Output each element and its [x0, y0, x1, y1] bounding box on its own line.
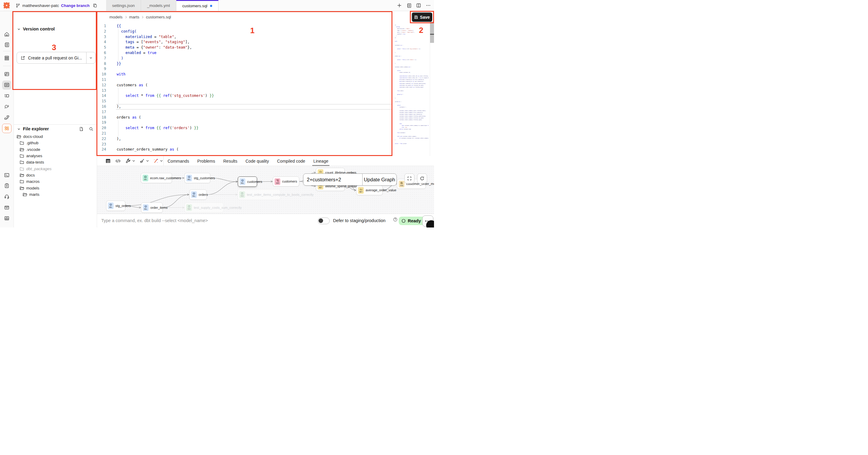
code-line-4[interactable]: 4 tags = ["events", "staging"],	[97, 39, 396, 45]
code-line-7[interactable]: 7 )	[97, 56, 396, 61]
terminal-icon[interactable]	[4, 172, 10, 178]
help-icon[interactable]	[393, 217, 398, 222]
panel-tab-compiled-code[interactable]: Compiled code	[277, 156, 305, 166]
archive-drawer-icon[interactable]	[4, 205, 10, 210]
file-explorer-item-dbt_packages[interactable]: dbt_packages	[13, 165, 97, 172]
format-dropdown-chevron-icon[interactable]	[146, 160, 149, 162]
file-explorer-item-.vscode[interactable]: .vscode	[13, 146, 97, 153]
fullscreen-icon[interactable]	[404, 173, 414, 183]
lineage-node-order_items[interactable]: MDLorder_items	[141, 202, 163, 213]
code-line-13[interactable]: 13	[97, 88, 396, 93]
code-compile-icon[interactable]	[115, 158, 121, 164]
dashboard-grid-icon[interactable]	[4, 71, 10, 77]
dbt-logo-icon[interactable]	[3, 1, 10, 9]
chevron-down-icon[interactable]	[17, 27, 21, 31]
code-line-12[interactable]: 12customers as (	[97, 83, 396, 88]
format-broom-icon[interactable]	[139, 158, 145, 164]
code-line-2[interactable]: 2 config(	[97, 29, 396, 34]
code-line-9[interactable]: 9	[97, 66, 396, 72]
code-editor-icon[interactable]	[4, 82, 10, 88]
code-line-6[interactable]: 6 enabled = true	[97, 50, 396, 56]
lineage-node-customers[interactable]: SEMcustomers	[273, 176, 299, 187]
code-line-19[interactable]: 19	[97, 120, 396, 125]
panel-tab-code-quality[interactable]: Code quality	[245, 156, 269, 166]
file-explorer-item-.github[interactable]: .github	[13, 140, 97, 146]
file-explorer-item-data-tests[interactable]: data-tests	[13, 159, 97, 165]
lineage-node-ecom.raw_customers[interactable]: SRCecom.raw_customers	[141, 173, 172, 183]
ai-search-icon[interactable]	[4, 104, 10, 110]
create-pull-request-button[interactable]: Create a pull request on Gi...	[17, 52, 96, 64]
defer-toggle[interactable]	[318, 218, 330, 224]
save-button[interactable]: Save	[412, 12, 432, 22]
code-line-17[interactable]: 17	[97, 110, 396, 115]
code-lines[interactable]: 1{{2 config(3 materialized = "table",4 t…	[97, 24, 396, 152]
storage-icon[interactable]	[4, 216, 10, 221]
code-line-10[interactable]: 10with	[97, 72, 396, 77]
panel-tab-lineage[interactable]: Lineage	[313, 156, 329, 166]
tab-settings.json[interactable]: settings.json	[106, 0, 141, 11]
code-line-15[interactable]: 15	[97, 99, 396, 104]
home-icon[interactable]	[4, 31, 10, 37]
code-line-22[interactable]: 22),	[97, 136, 396, 142]
flow-icon[interactable]	[4, 115, 10, 120]
dbt-catalog-icon[interactable]	[2, 124, 11, 133]
lineage-node-average_order_value[interactable]: METaverage_order_value	[356, 185, 383, 195]
new-file-icon[interactable]	[79, 127, 84, 131]
lineage-selector-input[interactable]: 2+customers+2	[304, 174, 362, 185]
pr-dropdown-chevron-icon[interactable]	[87, 52, 95, 63]
file-explorer-item-analyses[interactable]: analyses	[13, 153, 97, 159]
code-line-5[interactable]: 5 meta = {"owner": "data-team"},	[97, 45, 396, 50]
copy-icon[interactable]	[93, 3, 97, 8]
file-explorer-item-macros[interactable]: macros	[13, 178, 97, 184]
code-line-1[interactable]: 1{{	[97, 24, 396, 29]
scrollbar-thumb[interactable]	[430, 22, 434, 43]
split-pane-icon[interactable]	[415, 2, 422, 9]
lineage-node-test_order_items_compute_to_bools_correctly[interactable]: TSTtest_order_items_compute_to_bools_cor…	[238, 189, 281, 200]
breadcrumb-models[interactable]: models	[110, 15, 123, 19]
clipboard-icon[interactable]	[4, 183, 10, 189]
file-explorer-item-models[interactable]: models	[13, 184, 97, 191]
update-graph-button[interactable]: Update Graph	[363, 174, 396, 185]
code-line-11[interactable]: 11	[97, 77, 396, 83]
panel-tab-problems[interactable]: Problems	[197, 156, 215, 166]
build-wrench-icon[interactable]	[125, 158, 131, 164]
search-icon[interactable]	[89, 127, 93, 131]
code-line-16[interactable]: 16),	[97, 104, 396, 110]
refresh-icon[interactable]	[417, 173, 427, 183]
breadcrumb-file[interactable]: customers.sql	[146, 15, 171, 19]
lineage-canvas[interactable]: SRCecom.raw_customersMDLstg_customersMDL…	[97, 166, 434, 214]
file-explorer-item-docs-cloud[interactable]: docs-cloud	[13, 133, 97, 140]
orchestration-icon[interactable]	[4, 93, 10, 99]
change-branch-link[interactable]: Change branch	[61, 3, 90, 8]
minimap[interactable]: {{ config( materialized = "table", tags …	[395, 24, 429, 145]
lineage-node-test_supply_costs_sum_correctly[interactable]: TSTtest_supply_costs_sum_correctly	[184, 202, 224, 213]
code-line-14[interactable]: 14 select * from {{ ref('stg_customers')…	[97, 93, 396, 99]
code-line-24[interactable]: 24customer_orders_summary as (	[97, 147, 396, 152]
code-editor[interactable]: models marts customers.sql 1{{2 config(3…	[97, 11, 434, 156]
file-explorer-item-docs[interactable]: docs	[13, 172, 97, 178]
file-explorer-item-marts[interactable]: marts	[13, 191, 97, 198]
inbox-stack-icon[interactable]	[4, 55, 10, 61]
magic-wand-icon[interactable]	[153, 158, 159, 164]
chevron-down-icon[interactable]	[17, 127, 21, 131]
wand-dropdown-chevron-icon[interactable]	[160, 160, 163, 162]
lineage-node-stg_orders[interactable]: MDLstg_orders	[106, 201, 125, 211]
status-badge[interactable]: Ready	[399, 217, 425, 225]
breadcrumb-marts[interactable]: marts	[129, 15, 140, 19]
wrench-dropdown-chevron-icon[interactable]	[132, 160, 135, 162]
changelog-icon[interactable]	[406, 2, 412, 9]
code-line-23[interactable]: 23	[97, 142, 396, 147]
new-tab-plus-icon[interactable]	[396, 2, 403, 9]
code-line-3[interactable]: 3 materialized = "table",	[97, 34, 396, 40]
tab-customers.sql[interactable]: customers.sql	[176, 0, 218, 11]
lineage-node-orders[interactable]: MDLorders	[189, 190, 207, 200]
code-line-18[interactable]: 18orders as (	[97, 115, 396, 120]
lineage-node-customers[interactable]: MDLcustomers	[238, 176, 257, 187]
notebook-icon[interactable]	[4, 42, 10, 48]
code-line-8[interactable]: 8}}	[97, 61, 396, 67]
tab-_models.yml[interactable]: _models.yml	[141, 0, 176, 11]
panel-tab-commands[interactable]: Commands	[167, 156, 189, 166]
code-line-20[interactable]: 20 select * from {{ ref('orders') }}	[97, 125, 396, 131]
preview-table-icon[interactable]	[105, 158, 111, 164]
command-input[interactable]: Type a command, ex. dbt build --select <…	[101, 218, 208, 223]
